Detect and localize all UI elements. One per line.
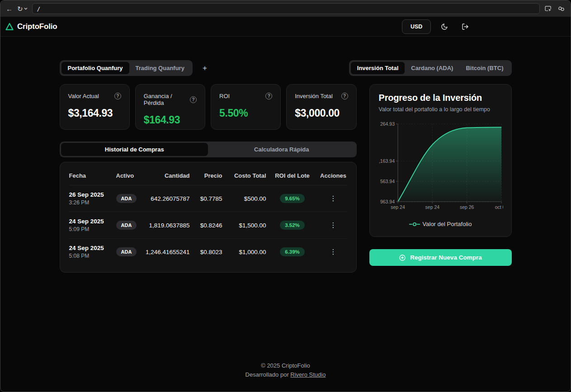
tab-bitcoin-btc[interactable]: Bitcoin (BTC) xyxy=(459,62,510,74)
purchase-table-body: 26 Sep 20253:26 PM ADA 642.26075787 $0.7… xyxy=(69,185,347,265)
stat-card-roi: ROI ? 5.50% xyxy=(211,84,281,130)
currency-button[interactable]: USD xyxy=(402,19,431,34)
tab-portafolio-quanfury[interactable]: Portafolio Quanfury xyxy=(61,62,129,74)
tab-historial-de-compras[interactable]: Historial de Compras xyxy=(61,143,208,156)
stat-value: $3,000.00 xyxy=(295,107,348,119)
x-axis-tick-label: sep 24 xyxy=(391,204,405,210)
price-cell: $0.7785 xyxy=(190,195,222,202)
kebab-menu-icon[interactable]: ⋮ xyxy=(326,247,340,257)
y-axis-tick-label: 563.94 xyxy=(380,179,394,184)
column-header-fecha: Fecha xyxy=(69,172,116,179)
page-footer: © 2025 CriptoFolio Desarrollado por Rive… xyxy=(60,361,512,379)
app-title: CriptoFolio xyxy=(17,22,57,31)
y-axis-tick-label: ,163.94 xyxy=(379,158,395,164)
tab-cardano-ada[interactable]: Cardano (ADA) xyxy=(405,62,459,74)
roi-cell: 9.65% xyxy=(266,194,319,203)
browser-back-button[interactable]: ← xyxy=(6,5,13,12)
link-icon xyxy=(557,5,565,13)
top-tab-row: Portafolio Quanfury Trading Quanfury + I… xyxy=(60,60,512,76)
chart-area-fill xyxy=(398,127,501,202)
roi-badge: 6.39% xyxy=(280,247,305,256)
browser-toolbar: ← ↻ xyxy=(0,0,571,17)
stat-label: Ganancia / Pérdida xyxy=(144,93,190,106)
stat-card-inversion-total: Inversión Total ? $3,000.00 xyxy=(286,84,356,130)
main-content: Portafolio Quanfury Trading Quanfury + I… xyxy=(60,60,512,379)
actions-cell: ⋮ xyxy=(319,194,348,203)
table-row: 24 Sep 20255:08 PM ADA 1,246.41655241 $0… xyxy=(69,239,347,265)
tab-calculadora-rapida[interactable]: Calculadora Rápida xyxy=(208,143,355,156)
left-column: Valor Actual ? $3,164.93 Ganancia / Pérd… xyxy=(60,84,357,273)
x-axis-tick-label: sep 24 xyxy=(425,204,439,210)
url-input[interactable] xyxy=(32,3,540,14)
stat-value: 5.50% xyxy=(219,107,272,119)
quantity-cell: 642.26075787 xyxy=(142,195,190,202)
stat-card-valor-actual: Valor Actual ? $3,164.93 xyxy=(60,84,130,130)
column-header-cantidad: Cantidad xyxy=(142,172,190,179)
chart-legend: Valor del Portafolio xyxy=(379,221,502,229)
asset-badge: ADA xyxy=(116,194,137,203)
total-cell: $500.00 xyxy=(222,195,266,202)
plus-circle-icon xyxy=(399,254,406,261)
purchase-date: 24 Sep 20255:08 PM xyxy=(69,245,116,259)
price-cell: $0.8023 xyxy=(190,249,222,255)
stat-value: $3,164.93 xyxy=(68,107,121,119)
dashboard-grid: Valor Actual ? $3,164.93 Ganancia / Pérd… xyxy=(60,84,512,273)
asset-cell: ADA xyxy=(116,221,142,230)
asset-cell: ADA xyxy=(116,247,142,256)
y-axis-tick-label: 963.94 xyxy=(380,199,394,204)
tab-inversion-total[interactable]: Inversión Total xyxy=(351,62,405,74)
kebab-menu-icon[interactable]: ⋮ xyxy=(326,220,340,230)
help-icon[interactable]: ? xyxy=(190,96,197,103)
investment-progress-card: Progreso de la Inversión Valor total del… xyxy=(369,84,512,237)
help-icon[interactable]: ? xyxy=(265,93,272,99)
chart-subtitle: Valor total del portafolio a lo largo de… xyxy=(379,106,502,113)
purchase-date: 24 Sep 20255:09 PM xyxy=(69,218,116,232)
tab-trading-quanfury[interactable]: Trading Quanfury xyxy=(129,62,191,74)
column-header-roi-del-lote: ROI del Lote xyxy=(266,172,319,179)
table-row: 26 Sep 20253:26 PM ADA 642.26075787 $0.7… xyxy=(69,185,347,212)
total-cell: $1,000.00 xyxy=(222,249,266,255)
help-icon[interactable]: ? xyxy=(114,93,121,99)
theme-toggle-button[interactable] xyxy=(437,20,452,33)
stat-value: $164.93 xyxy=(144,114,197,126)
chart-area: 963.94563.94,163.94264.93sep 24sep 24sep… xyxy=(379,121,502,215)
portfolio-area-chart: 963.94563.94,163.94264.93sep 24sep 24sep… xyxy=(379,121,503,213)
app-window: ← ↻ CriptoFolio xyxy=(0,0,571,392)
asset-cell: ADA xyxy=(116,194,142,203)
quantity-cell: 1,246.41655241 xyxy=(142,249,190,255)
stat-label: Valor Actual xyxy=(68,93,99,99)
y-axis-tick-label: 264.93 xyxy=(380,121,394,127)
copy-link-button[interactable] xyxy=(557,5,565,13)
legend-label: Valor del Portafolio xyxy=(423,221,472,227)
logout-button[interactable] xyxy=(458,20,472,33)
table-header: Fecha Activo Cantidad Precio Costo Total… xyxy=(69,165,347,185)
roi-badge: 9.65% xyxy=(280,194,305,203)
column-header-acciones: Acciones xyxy=(319,172,348,179)
x-axis-tick-label: sep 26 xyxy=(459,204,474,210)
stat-label: ROI xyxy=(219,93,230,99)
register-purchase-label: Registrar Nueva Compra xyxy=(410,254,481,261)
credit-text: Desarrollado por Rivero Studio xyxy=(60,370,512,379)
inspect-element-button[interactable] xyxy=(544,5,552,13)
asset-badge: ADA xyxy=(116,221,137,230)
column-header-activo: Activo xyxy=(116,172,142,179)
register-purchase-button[interactable]: Registrar Nueva Compra xyxy=(369,249,512,266)
quantity-cell: 1,819.0637885 xyxy=(142,222,190,229)
total-cell: $1,500.00 xyxy=(222,222,266,229)
table-row: 24 Sep 20255:09 PM ADA 1,819.0637885 $0.… xyxy=(69,212,347,239)
stat-card-ganancia-perdida: Ganancia / Pérdida ? $164.93 xyxy=(135,84,205,130)
moon-icon xyxy=(441,23,448,30)
portfolio-tab-group: Portafolio Quanfury Trading Quanfury xyxy=(60,60,193,76)
browser-toolbar-right xyxy=(544,5,565,13)
rivero-studio-link[interactable]: Rivero Studio xyxy=(290,371,326,378)
kebab-menu-icon[interactable]: ⋮ xyxy=(326,194,340,203)
help-icon[interactable]: ? xyxy=(341,93,348,99)
roi-cell: 3.52% xyxy=(266,221,319,230)
asset-badge: ADA xyxy=(116,247,137,256)
chevron-down-icon xyxy=(24,7,28,10)
add-portfolio-button[interactable]: + xyxy=(199,63,211,74)
history-tab-group: Historial de Compras Calculadora Rápida xyxy=(60,142,357,157)
app-logo: CriptoFolio xyxy=(5,22,57,31)
roi-badge: 3.52% xyxy=(280,221,305,230)
browser-reload-button[interactable]: ↻ xyxy=(17,5,28,12)
